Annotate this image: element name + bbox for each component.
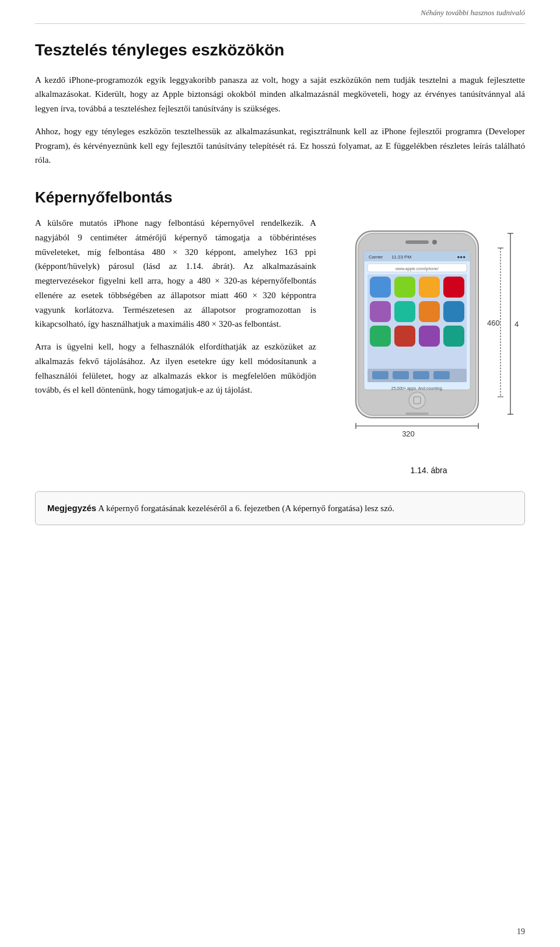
note-text: A képernyő forgatásának kezeléséről a 6.… [96,504,394,513]
chapter-title: Tesztelés tényleges eszközökön [35,40,525,60]
iphone-illustration: 480 460 320 [338,216,519,461]
svg-rect-26 [419,277,440,298]
note-box: Megjegyzés A képernyő forgatásának kezel… [35,491,525,525]
paragraph-2: Ahhoz, hogy egy tényleges eszközön teszt… [35,124,525,167]
text-column: A külsőre mutatós iPhone nagy felbontású… [35,216,316,406]
svg-rect-31 [443,301,464,322]
svg-text:460: 460 [487,319,500,327]
header-text: Néhány további hasznos tudnivaló [421,8,525,17]
section-heading: Képernyőfelbontás [35,188,525,207]
svg-point-15 [432,240,437,244]
svg-rect-14 [405,240,429,244]
svg-rect-27 [443,277,464,298]
svg-text:480: 480 [514,320,519,329]
page-header: Néhány további hasznos tudnivaló [35,0,525,24]
svg-rect-44 [405,413,429,415]
paragraph-1: A kezdő iPhone-programozók egyik leggyak… [35,73,525,116]
image-column: 480 460 320 [332,216,525,475]
svg-text:●●●: ●●● [457,254,466,260]
svg-rect-33 [394,326,415,347]
svg-rect-32 [370,326,391,347]
svg-rect-39 [413,371,429,379]
figure-caption: 1.14. ábra [410,466,447,475]
svg-rect-38 [393,371,409,379]
svg-point-42 [409,392,425,408]
svg-rect-28 [370,301,391,322]
note-label: Megjegyzés [47,503,96,513]
svg-rect-29 [394,301,415,322]
svg-text:25,000+ apps. And counting.: 25,000+ apps. And counting. [391,386,443,391]
svg-rect-40 [433,371,450,379]
paragraph-3: A külsőre mutatós iPhone nagy felbontású… [35,216,316,331]
svg-text:320: 320 [402,429,415,438]
svg-rect-37 [372,371,388,379]
svg-text:www.apple.com/iphone/: www.apple.com/iphone/ [395,267,439,271]
svg-rect-35 [443,326,464,347]
page-number: 19 [517,927,525,936]
svg-text:Carrier: Carrier [369,254,383,260]
svg-rect-34 [419,326,440,347]
page-container: Néhány további hasznos tudnivaló Tesztel… [0,0,560,947]
svg-rect-24 [370,277,391,298]
paragraph-4: Arra is ügyelni kell, hogy a felhasználó… [35,340,316,397]
svg-rect-25 [394,277,415,298]
svg-rect-30 [419,301,440,322]
two-column-section: A külsőre mutatós iPhone nagy felbontású… [35,216,525,475]
svg-text:11:23 PM: 11:23 PM [391,254,412,260]
